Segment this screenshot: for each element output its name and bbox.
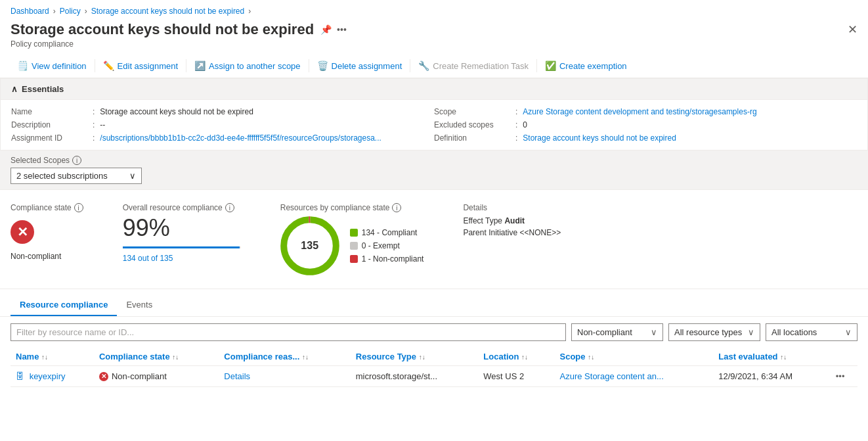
last-evaluated-sort-icon: ↑↓	[780, 354, 787, 361]
legend-label-exempt: 0 - Exempt	[362, 241, 400, 250]
cell-compliance-reason: Details	[219, 366, 350, 387]
create-remediation-task-button[interactable]: 🔧 Create Remediation Task	[412, 58, 535, 74]
cell-scope: Azure Storage content an...	[555, 366, 714, 387]
donut-chart-block: 135 134 - Compliant 0 - Exempt 1 - Non-c…	[280, 216, 424, 275]
create-exemption-button[interactable]: ✅ Create exemption	[538, 58, 634, 74]
toolbar-separator-1	[95, 59, 95, 72]
compliance-reason-link[interactable]: Details	[224, 371, 250, 381]
breadcrumb: Dashboard › Policy › Storage account key…	[0, 0, 868, 18]
page-title: Storage account keys should not be expir…	[11, 21, 314, 38]
col-location[interactable]: Location ↑↓	[478, 348, 554, 366]
essentials-definition-row: Definition : Storage account keys should…	[434, 131, 857, 145]
page-header: Storage account keys should not be expir…	[0, 18, 868, 39]
cell-row-actions: •••	[831, 366, 857, 387]
excluded-scopes-value: 0	[523, 120, 527, 129]
progress-bar	[123, 246, 241, 248]
delete-icon: 🗑️	[317, 60, 328, 71]
search-input[interactable]	[11, 323, 566, 341]
view-definition-icon: 🗒️	[17, 60, 28, 71]
pin-icon[interactable]: 📌	[320, 24, 332, 35]
scope-bar: Selected Scopes i 2 selected subscriptio…	[0, 151, 868, 190]
location-filter-dropdown[interactable]: All locations ∨	[766, 323, 857, 341]
row-more-icon[interactable]: •••	[836, 371, 845, 381]
more-icon[interactable]: •••	[337, 24, 347, 35]
essentials-header[interactable]: ∧ Essentials	[1, 79, 867, 100]
collapse-icon: ∧	[11, 84, 18, 94]
col-last-evaluated[interactable]: Last evaluated ↑↓	[713, 348, 831, 366]
edit-icon: ✏️	[103, 60, 114, 71]
parent-initiative-value: <<NONE>>	[520, 228, 561, 237]
definition-value: Storage account keys should not be expir…	[523, 133, 676, 143]
selected-scopes-dropdown[interactable]: 2 selected subscriptions ∨	[11, 168, 142, 184]
create-exemption-label: Create exemption	[559, 61, 627, 71]
breadcrumb-dashboard[interactable]: Dashboard	[11, 7, 49, 16]
essentials-left: Name : Storage account keys should not b…	[11, 105, 434, 145]
resource-type-filter-dropdown[interactable]: All resource types ∨	[668, 323, 760, 341]
filter-bar: Non-compliant ∨ All resource types ∨ All…	[0, 317, 868, 348]
non-compliant-icon: ✕	[99, 372, 108, 381]
col-compliance-reason[interactable]: Compliance reas... ↑↓	[219, 348, 350, 366]
overall-compliance-info-icon[interactable]: i	[225, 203, 234, 212]
compliance-chevron-icon: ∨	[651, 327, 657, 337]
assign-to-another-scope-label: Assign to another scope	[209, 61, 300, 71]
breadcrumb-policy[interactable]: Policy	[60, 7, 81, 16]
location-chevron-icon: ∨	[845, 327, 852, 337]
resources-compliance-info-icon[interactable]: i	[392, 203, 401, 212]
legend-item-exempt: 0 - Exempt	[350, 241, 424, 250]
view-definition-button[interactable]: 🗒️ View definition	[11, 58, 93, 74]
essentials-section: ∧ Essentials Name : Storage account keys…	[0, 78, 868, 151]
breadcrumb-current[interactable]: Storage account keys should not be expir…	[91, 7, 244, 16]
overall-compliance-title: Overall resource compliance i	[123, 203, 241, 212]
view-definition-label: View definition	[32, 61, 87, 71]
compliance-filter-dropdown[interactable]: Non-compliant ∨	[571, 323, 663, 341]
col-scope[interactable]: Scope ↑↓	[555, 348, 714, 366]
resources-by-compliance-block: Resources by compliance state i 135 134 …	[280, 203, 424, 275]
table-row: 🗄 keyexpiry ✕ Non-compliant Details micr…	[11, 366, 857, 387]
tab-resource-compliance[interactable]: Resource compliance	[11, 294, 117, 316]
resources-compliance-title: Resources by compliance state i	[280, 203, 424, 212]
excluded-scopes-label: Excluded scopes	[434, 120, 513, 129]
donut-center-value: 135	[301, 240, 318, 252]
legend-dot-non-compliant	[350, 255, 358, 263]
effect-type-value: Audit	[504, 216, 525, 225]
col-compliance-state[interactable]: Compliance state ↑↓	[94, 348, 219, 366]
resource-type-filter-value: All resource types	[674, 327, 742, 337]
name-sort-icon: ↑↓	[41, 354, 48, 361]
resource-type-icon: 🗄	[16, 371, 24, 381]
cell-compliance-state: ✕ Non-compliant	[94, 366, 219, 387]
essentials-assignment-id-row: Assignment ID : /subscriptions/bbbb1b1b-…	[11, 131, 434, 145]
delete-assignment-button[interactable]: 🗑️ Delete assignment	[311, 58, 409, 74]
essentials-body: Name : Storage account keys should not b…	[1, 100, 867, 150]
cell-location: West US 2	[478, 366, 554, 387]
tab-events[interactable]: Events	[117, 294, 162, 316]
assign-to-another-scope-button[interactable]: ↗️ Assign to another scope	[188, 58, 307, 74]
resource-name-link[interactable]: keyexpiry	[30, 371, 66, 381]
donut-chart: 135	[280, 216, 339, 275]
tabs-bar: Resource compliance Events	[0, 289, 868, 317]
exemption-icon: ✅	[545, 60, 556, 71]
toolbar-separator-3	[309, 59, 309, 72]
location-filter-value: All locations	[771, 327, 817, 337]
overall-compliance-percentage: 99%	[123, 216, 241, 240]
scope-dropdown-value: 2 selected subscriptions	[16, 171, 108, 181]
essentials-name-row: Name : Storage account keys should not b…	[11, 105, 434, 118]
compliance-state-info-icon[interactable]: i	[74, 203, 83, 212]
col-name[interactable]: Name ↑↓	[11, 348, 94, 366]
toolbar-separator-2	[186, 59, 186, 72]
non-compliant-badge: ✕ Non-compliant	[99, 371, 213, 381]
col-resource-type[interactable]: Resource Type ↑↓	[351, 348, 479, 366]
edit-assignment-button[interactable]: ✏️ Edit assignment	[97, 58, 185, 74]
effect-type-row: Effect Type Audit	[463, 216, 561, 225]
close-button[interactable]: ✕	[848, 22, 857, 37]
header-actions: 📌 •••	[320, 24, 347, 35]
definition-label: Definition	[434, 133, 513, 143]
selected-scopes-info-icon[interactable]: i	[72, 156, 81, 165]
location-sort-icon: ↑↓	[521, 354, 528, 361]
metrics-section: Compliance state i ✕ Non-compliant Overa…	[0, 190, 868, 289]
details-block: Details Effect Type Audit Parent Initiat…	[463, 203, 561, 237]
edit-assignment-label: Edit assignment	[118, 61, 179, 71]
create-remediation-task-label: Create Remediation Task	[433, 61, 529, 71]
parent-initiative-label: Parent Initiative	[463, 228, 517, 237]
scope-value: Azure Storage content development and te…	[523, 107, 756, 116]
legend-label-non-compliant: 1 - Non-compliant	[362, 254, 424, 264]
